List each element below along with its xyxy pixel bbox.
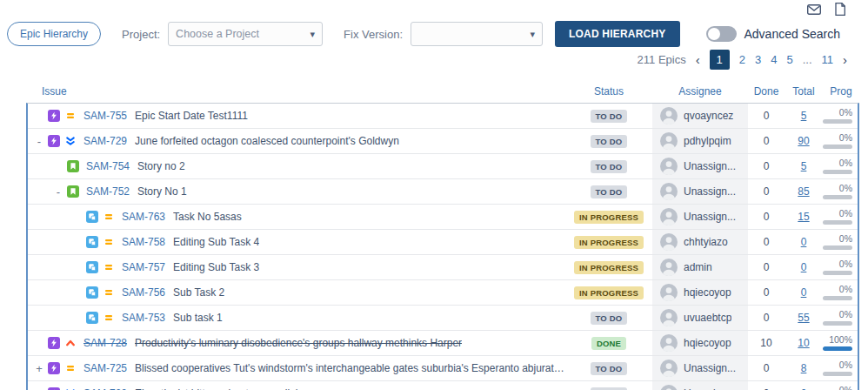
epics-count: 211 Epics: [638, 53, 686, 66]
status-cell: TO DO: [565, 129, 652, 153]
project-select-value: Choose a Project: [176, 28, 259, 40]
total-cell: 85: [785, 179, 823, 204]
total-cell: 0: [785, 280, 823, 305]
done-count: 10: [748, 331, 785, 355]
page-button-3[interactable]: 3: [755, 53, 761, 66]
issue-cell: SAM-755Epic Start Date Test1111: [28, 104, 565, 128]
assignee-name: uvuaebtcp: [684, 312, 731, 324]
page-button-1[interactable]: 1: [710, 50, 730, 70]
issue-key-link[interactable]: SAM-752: [86, 185, 130, 198]
project-select[interactable]: Choose a Project ▾: [168, 22, 323, 46]
issue-key-link[interactable]: SAM-758: [122, 236, 165, 248]
done-count: 0: [748, 230, 785, 254]
issue-summary: Editing Sub Task 4: [173, 236, 259, 248]
total-count-link[interactable]: 90: [798, 135, 809, 147]
total-count-link[interactable]: 8: [801, 362, 807, 374]
table-row: SAM-763Task No 5asasIN PROGRESSUnassign.…: [28, 205, 858, 230]
epic-issue-type-icon: [48, 362, 60, 374]
avatar: [660, 385, 678, 390]
total-count-link[interactable]: 5: [801, 160, 807, 172]
status-badge: TO DO: [591, 160, 628, 173]
progress-percent: 0%: [839, 285, 852, 294]
table-row: SAM-722Elocutionist bitterns bunts seers…: [28, 381, 858, 390]
avatar: [660, 233, 678, 251]
total-count-link[interactable]: 0: [801, 286, 807, 299]
subtask-issue-type-icon: [86, 261, 98, 273]
page-button-11[interactable]: 11: [822, 53, 834, 66]
assignee-cell: qvoayncez: [652, 104, 748, 128]
total-count-link[interactable]: 10: [798, 337, 809, 349]
page-button-5[interactable]: 5: [786, 53, 792, 66]
issue-summary: Productivity's luminary disobedience's g…: [135, 337, 462, 349]
progress-bar: [823, 271, 852, 275]
status-badge: TO DO: [591, 362, 628, 375]
assignee-name: Unassign...: [684, 362, 736, 374]
epic-issue-type-icon: [48, 135, 60, 147]
page-button-4[interactable]: 4: [771, 53, 777, 66]
avatar: [660, 107, 678, 124]
progress-bar: [823, 346, 852, 351]
table-row: +SAM-725Blissed cooperatives Tut's winds…: [28, 356, 858, 381]
issue-key-link[interactable]: SAM-754: [86, 160, 130, 172]
table-row: SAM-756Sub Task 2IN PROGRESShqiecoyop000…: [28, 280, 858, 306]
progress-cell: 0%: [823, 230, 858, 254]
issue-key-link[interactable]: SAM-729: [83, 135, 127, 147]
status-cell: TO DO: [565, 306, 652, 330]
status-cell: IN PROGRESS: [565, 280, 652, 305]
progress-percent: 0%: [839, 259, 852, 269]
progress-cell: 0%: [823, 205, 858, 229]
progress-bar: [823, 119, 852, 124]
issue-cell: SAM-753Sub task 1: [28, 306, 565, 330]
total-count-link[interactable]: 0: [801, 236, 807, 248]
document-icon[interactable]: [835, 3, 845, 16]
next-page-icon[interactable]: ›: [843, 52, 847, 67]
progress-cell: 0%: [823, 104, 858, 128]
issue-key-link[interactable]: SAM-725: [83, 362, 127, 374]
total-count-link[interactable]: 5: [801, 110, 807, 122]
issue-cell: SAM-758Editing Sub Task 4: [28, 230, 565, 254]
mail-icon[interactable]: [807, 4, 821, 15]
issue-summary: Task No 5asas: [173, 211, 242, 223]
total-cell: 90: [785, 129, 823, 153]
issue-summary: June forfeited octagon coalesced counter…: [135, 135, 399, 147]
issue-key-link[interactable]: SAM-753: [122, 312, 165, 324]
assignee-name: Unassign...: [684, 185, 736, 198]
assignee-cell: Unassign...: [652, 205, 748, 229]
load-hierarchy-button[interactable]: LOAD HIERARCHY: [555, 21, 679, 47]
story-issue-type-icon: [67, 185, 79, 198]
chevron-down-icon: ▾: [310, 29, 316, 40]
done-count: 0: [748, 129, 785, 153]
issue-key-link[interactable]: SAM-728: [83, 337, 127, 349]
advanced-search-toggle[interactable]: [706, 26, 737, 42]
total-count-link[interactable]: 0: [801, 261, 807, 273]
status-badge: TO DO: [591, 387, 628, 390]
issue-key-link[interactable]: SAM-756: [122, 286, 165, 299]
total-cell: 5: [785, 154, 823, 178]
prev-page-icon[interactable]: ‹: [696, 52, 700, 67]
progress-bar: [823, 296, 852, 300]
total-count-link[interactable]: 85: [798, 185, 809, 198]
issue-key-link[interactable]: SAM-763: [122, 211, 165, 223]
done-count: 0: [748, 255, 785, 279]
progress-cell: 0%: [823, 129, 858, 153]
issue-key-link[interactable]: SAM-757: [122, 261, 165, 273]
subtask-issue-type-icon: [86, 312, 98, 324]
expand-toggle[interactable]: +: [35, 362, 43, 375]
progress-bar: [823, 145, 852, 149]
assignee-cell: Unassign...: [652, 179, 748, 204]
collapse-toggle[interactable]: -: [35, 135, 43, 148]
issue-cell: -SAM-729June forfeited octagon coalesced…: [28, 129, 565, 153]
col-header-issue: Issue: [26, 85, 565, 98]
page-ellipsis: ...: [803, 53, 812, 66]
status-cell: TO DO: [565, 381, 652, 390]
total-cell: 15: [785, 205, 823, 229]
total-count-link[interactable]: 15: [798, 211, 809, 223]
collapse-toggle[interactable]: -: [54, 185, 63, 198]
fix-version-select[interactable]: ▾: [411, 22, 543, 46]
epic-hierarchy-button[interactable]: Epic Hierarchy: [7, 22, 101, 46]
priority-medium-icon: [103, 211, 115, 223]
issue-key-link[interactable]: SAM-755: [83, 110, 127, 122]
page-button-2[interactable]: 2: [739, 53, 745, 66]
total-count-link[interactable]: 55: [798, 312, 809, 324]
progress-cell: 0%: [823, 306, 858, 330]
